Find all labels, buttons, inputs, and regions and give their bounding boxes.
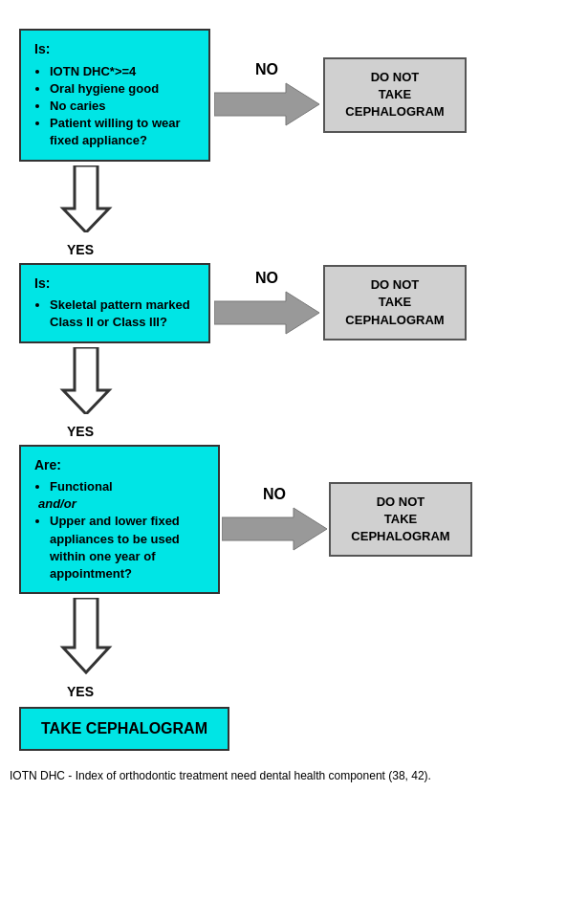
do-not-take-1: DO NOTTAKECEPHALOGRAM xyxy=(323,57,467,133)
down-arrow-svg-2 xyxy=(57,347,115,414)
no-label-2: NO xyxy=(255,270,278,287)
box1-list: IOTN DHC*>=4 Oral hygiene good No caries… xyxy=(34,63,195,150)
footnote-text: IOTN DHC - Index of orthodontic treatmen… xyxy=(10,769,431,782)
box1-item-2: Oral hygiene good xyxy=(50,80,195,98)
do-not-take-3: DO NOTTAKECEPHALOGRAM xyxy=(329,482,472,558)
take-cephalogram-text: TAKE CEPHALOGRAM xyxy=(41,720,207,736)
down-arrow-group-2 xyxy=(57,347,115,414)
box3-item-1: Functional xyxy=(50,478,205,495)
right-arrow-1 xyxy=(214,80,319,128)
box2-item-1: Skeletal pattern marked Class II or Clas… xyxy=(50,297,195,331)
do-not-take-3-text: DO NOTTAKECEPHALOGRAM xyxy=(351,494,449,543)
box1-item-4: Patient willing to wear fixed appliance? xyxy=(50,115,195,149)
condition-box-2: Is: Skeletal pattern marked Class II or … xyxy=(19,263,210,343)
down-arrow-group-1 xyxy=(57,165,115,232)
box3-title: Are: xyxy=(34,456,205,475)
do-not-take-1-text: DO NOTTAKECEPHALOGRAM xyxy=(345,70,444,119)
do-not-take-2: DO NOTTAKECEPHALOGRAM xyxy=(323,265,467,341)
down-arrow-svg-1 xyxy=(57,165,115,232)
yes-label-1: YES xyxy=(67,242,94,257)
do-not-take-2-text: DO NOTTAKECEPHALOGRAM xyxy=(345,277,444,326)
condition-box-3: Are: Functional and/or Upper and lower f… xyxy=(19,445,220,595)
svg-marker-5 xyxy=(63,598,109,672)
flowchart: Is: IOTN DHC*>=4 Oral hygiene good No ca… xyxy=(0,0,588,760)
yes-label-3: YES xyxy=(67,684,94,699)
box1-item-3: No caries xyxy=(50,98,195,115)
condition-row-2: Is: Skeletal pattern marked Class II or … xyxy=(19,263,467,343)
no-arrow-group-1: NO xyxy=(214,61,319,128)
condition-row-1: Is: IOTN DHC*>=4 Oral hygiene good No ca… xyxy=(19,29,467,162)
final-box: TAKE CEPHALOGRAM xyxy=(19,707,229,751)
svg-marker-0 xyxy=(214,83,319,125)
svg-marker-3 xyxy=(63,347,109,414)
right-arrow-2 xyxy=(214,289,319,337)
box3-item-2: Upper and lower fixed appliances to be u… xyxy=(50,513,205,582)
box2-title: Is: xyxy=(34,275,195,294)
svg-marker-4 xyxy=(222,508,327,550)
condition-row-3: Are: Functional and/or Upper and lower f… xyxy=(19,445,472,595)
down-arrow-group-3 xyxy=(57,598,115,674)
footnote: IOTN DHC - Index of orthodontic treatmen… xyxy=(0,768,588,784)
box1-title: Is: xyxy=(34,40,195,59)
box1-item-1: IOTN DHC*>=4 xyxy=(50,63,195,80)
down-arrow-svg-3 xyxy=(57,598,115,674)
final-box-container: TAKE CEPHALOGRAM xyxy=(19,707,229,751)
no-label-1: NO xyxy=(255,61,278,78)
svg-marker-1 xyxy=(63,165,109,232)
no-arrow-group-3: NO xyxy=(222,486,327,553)
box3-list: Functional xyxy=(34,478,205,495)
box2-list: Skeletal pattern marked Class II or Clas… xyxy=(34,297,195,331)
no-label-3: NO xyxy=(263,486,286,503)
svg-marker-2 xyxy=(214,292,319,334)
condition-box-1: Is: IOTN DHC*>=4 Oral hygiene good No ca… xyxy=(19,29,210,162)
box3-andor: and/or xyxy=(34,495,205,513)
box3-list2: Upper and lower fixed appliances to be u… xyxy=(34,513,205,582)
no-arrow-group-2: NO xyxy=(214,270,319,337)
yes-label-2: YES xyxy=(67,424,94,439)
right-arrow-3 xyxy=(222,505,327,553)
